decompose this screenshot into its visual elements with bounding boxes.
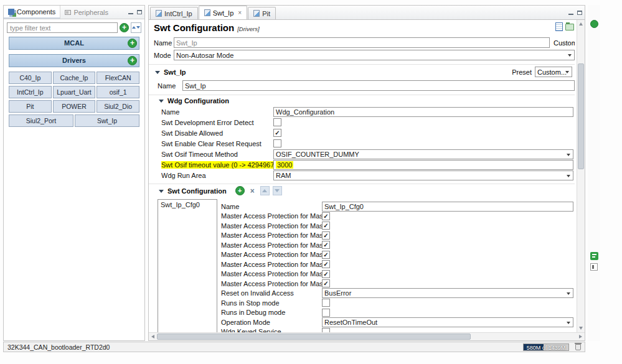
component-button-flexcan[interactable]: FlexCAN	[97, 72, 139, 84]
field-label: Swt Development Error Detect	[161, 119, 273, 126]
status-green-icon[interactable]	[590, 20, 598, 28]
wdg-section-header[interactable]: Wdg Configuration	[149, 95, 575, 106]
field-value: 3000	[276, 161, 293, 169]
master-access-protection-for-master-1-checkbox[interactable]: ✓	[322, 222, 330, 230]
operation-mode-select[interactable]: ResetOnTimeOut	[322, 317, 573, 327]
field-label: Runs in Debug mode	[221, 309, 322, 316]
master-access-protection-for-master-6-checkbox[interactable]: ✓	[322, 270, 330, 278]
component-button-siul2-port[interactable]: Siul2_Port	[9, 114, 73, 127]
form-row-master-access-protection-for-master-2: Master Access Protection for Master 2✓	[221, 231, 575, 240]
swt-osif-timeout-method-select[interactable]: OSIF_COUNTER_DUMMY	[273, 149, 573, 159]
component-button-pit[interactable]: Pit	[9, 100, 52, 113]
vertical-scrollbar[interactable]	[577, 20, 585, 332]
config-file-icon	[204, 9, 210, 16]
component-button-power[interactable]: POWER	[53, 100, 96, 113]
editor-content: Swt Configuration [Drivers] Name Swt_Ip …	[149, 20, 577, 332]
editor-tab-intctrl-ip[interactable]: IntCtrl_Ip	[150, 7, 198, 19]
add-config-button[interactable]: +	[235, 186, 245, 195]
master-access-protection-for-master-0-checkbox[interactable]: ✓	[322, 212, 330, 220]
field-value: Swt_Ip_Cfg0	[324, 203, 364, 210]
scroll-down-icon[interactable]	[579, 327, 583, 330]
collapse-chevron-icon[interactable]	[159, 190, 164, 193]
field-label: Master Access Protection for Master 3	[221, 241, 322, 249]
maximize-icon[interactable]	[137, 10, 142, 14]
field-control: ResetOnTimeOut	[322, 317, 573, 327]
component-button-c40-ip[interactable]: C40_Ip	[9, 72, 52, 84]
config-file-icon	[156, 10, 162, 17]
editor-tab-swt-ip[interactable]: Swt_Ip×	[199, 6, 247, 19]
swt-config-list[interactable]: Swt_Ip_Cfg0	[158, 199, 217, 332]
add-driver-icon[interactable]: +	[128, 56, 137, 65]
component-button-intctrl-ip[interactable]: IntCtrl_Ip	[9, 86, 52, 98]
scroll-right-icon[interactable]	[579, 335, 582, 338]
swt-ip-name-field[interactable]: Swt_Ip	[182, 80, 575, 91]
master-access-protection-for-master-5-checkbox[interactable]: ✓	[322, 260, 330, 268]
horizontal-scrollbar-thumb[interactable]	[157, 334, 471, 340]
scroll-up-icon[interactable]	[579, 22, 583, 26]
master-access-protection-for-master-3-checkbox[interactable]: ✓	[322, 241, 330, 249]
open-folder-icon[interactable]	[565, 24, 574, 30]
name-field[interactable]: Swt_Ip_Cfg0	[322, 202, 573, 212]
tab-peripherals[interactable]: Peripherals	[60, 6, 113, 19]
export-document-icon[interactable]	[555, 22, 563, 31]
minimize-icon[interactable]	[568, 14, 573, 15]
move-up-button[interactable]	[260, 186, 270, 195]
group-mcal[interactable]: MCAL +	[9, 37, 139, 50]
preset-select[interactable]: Custom...	[535, 67, 572, 77]
sort-up-icon	[132, 26, 136, 29]
config-list-item-swt-ip-cfg0[interactable]: Swt_Ip_Cfg0	[158, 200, 217, 210]
component-button-osif-1[interactable]: osif_1	[97, 86, 139, 98]
master-access-protection-for-master-7-checkbox[interactable]: ✓	[322, 279, 330, 287]
component-button-siul2-dio[interactable]: Siul2_Dio	[97, 100, 139, 113]
swt-config-section-header[interactable]: Swt Configuration +×	[149, 184, 575, 197]
tab-components[interactable]: Components	[4, 6, 60, 19]
garbage-collect-icon[interactable]	[575, 344, 581, 350]
field-control	[322, 299, 573, 307]
add-component-button[interactable]: +	[120, 23, 129, 32]
filter-input[interactable]: type filter text	[7, 22, 118, 33]
form-row-name: NameWdg_Configuration	[161, 107, 575, 116]
mode-select[interactable]: Non-Autosar Mode	[174, 50, 575, 60]
runs-in-stop-mode-checkbox[interactable]	[322, 299, 330, 307]
wdg-keyed-service-checkbox[interactable]	[322, 328, 330, 333]
field-control: ✓	[322, 260, 573, 268]
swt-disable-allowed-checkbox[interactable]: ✓	[273, 129, 281, 137]
close-tab-icon[interactable]: ×	[238, 10, 242, 16]
editor-tab-pit[interactable]: Pit	[248, 7, 276, 19]
memory-indicator[interactable]: 580M of 1439M	[523, 343, 569, 351]
wdg-run-area-select[interactable]: RAM	[273, 170, 573, 180]
add-mcal-icon[interactable]: +	[128, 39, 137, 48]
minimize-icon[interactable]	[128, 13, 133, 14]
field-label: Swt Disable Allowed	[161, 129, 273, 137]
move-down-button[interactable]	[273, 186, 282, 195]
swt-osif-timeout-value-0-4294967295-field[interactable]: 3000	[273, 160, 573, 170]
swt-ip-section-header[interactable]: Swt_Ip Preset Custom...	[149, 64, 575, 78]
header-actions	[555, 22, 574, 31]
swt-enable-clear-reset-request-checkbox[interactable]	[273, 139, 281, 147]
sort-toggle-button[interactable]	[131, 22, 141, 33]
reset-on-invalid-access-select[interactable]: BusError	[322, 288, 573, 298]
collapse-chevron-icon[interactable]	[155, 71, 160, 74]
master-access-protection-for-master-4-checkbox[interactable]: ✓	[322, 251, 330, 259]
form-row-swt-osif-timeout-method: Swt Osif Timeout MethodOSIF_COUNTER_DUMM…	[161, 149, 575, 159]
restore-view-icon[interactable]	[590, 252, 598, 260]
swt-development-error-detect-checkbox[interactable]	[273, 118, 281, 126]
component-button-swt-ip[interactable]: Swt_Ip	[75, 114, 139, 127]
component-button-cache-ip[interactable]: Cache_Ip	[53, 72, 96, 84]
module-name-field[interactable]: Swt_Ip	[174, 37, 550, 48]
scroll-left-icon[interactable]	[151, 335, 154, 338]
component-button-lpuart-uart[interactable]: Lpuart_Uart	[53, 86, 96, 98]
maximize-icon[interactable]	[577, 11, 582, 15]
master-access-protection-for-master-2-checkbox[interactable]: ✓	[322, 231, 330, 240]
horizontal-scrollbar[interactable]	[149, 332, 585, 340]
swt-ip-name-row: Name Swt_Ip	[158, 80, 575, 91]
group-drivers[interactable]: Drivers +	[9, 54, 139, 67]
remove-config-button[interactable]: ×	[248, 186, 257, 195]
vertical-scrollbar-thumb[interactable]	[578, 63, 584, 169]
name-field[interactable]: Wdg_Configuration	[273, 107, 573, 117]
collapse-chevron-icon[interactable]	[159, 100, 164, 103]
form-row-reset-on-invalid-access: Reset on Invalid AccessBusError	[221, 289, 575, 298]
runs-in-debug-mode-checkbox[interactable]	[322, 309, 330, 317]
secondary-view-icon[interactable]	[590, 263, 598, 271]
field-control: ✓	[322, 251, 573, 259]
